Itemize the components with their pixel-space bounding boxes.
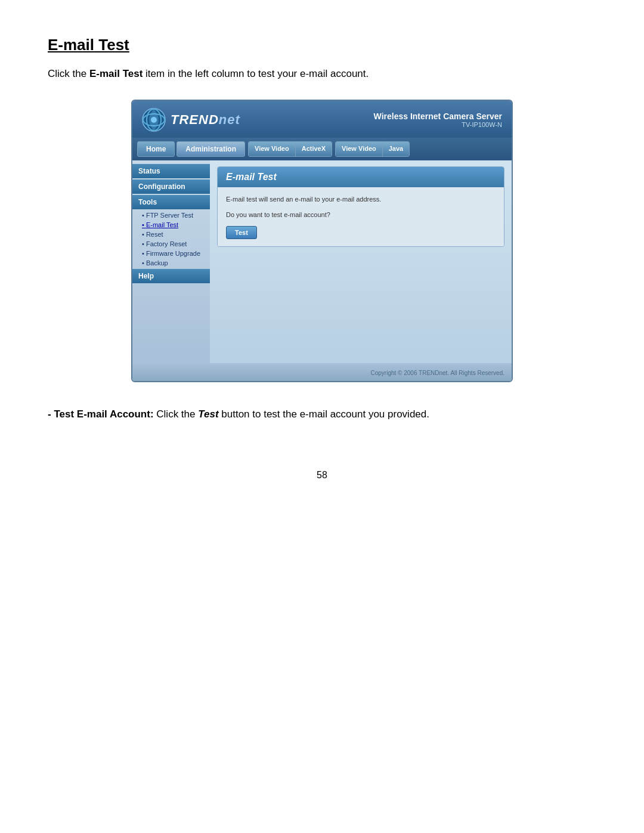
intro-paragraph: Click the E-mail Test item in the left c… <box>48 66 513 82</box>
product-model: TV-IP100W-N <box>374 121 502 128</box>
logo-text: TRENDnet <box>171 112 240 128</box>
bottom-section: Test E-mail Account: Click the Test butt… <box>48 406 513 422</box>
page-title: E-mail Test <box>48 36 596 54</box>
trendnet-logo-icon <box>142 108 166 132</box>
bullet-strong: Test E-mail Account: <box>54 408 153 420</box>
nav-java-button[interactable]: Java <box>383 142 409 156</box>
ui-sidebar: Status Configuration Tools FTP Server Te… <box>132 160 210 363</box>
nav-view-video-java-group: View Video Java <box>335 141 410 157</box>
ui-content: E-mail Test E-mail test will send an e-m… <box>210 160 512 363</box>
content-box-header: E-mail Test <box>218 167 504 187</box>
content-desc-line2: Do you want to test e-mail account? <box>226 210 496 220</box>
nav-view-video-java-button[interactable]: View Video <box>336 142 383 156</box>
camera-ui-mockup: TRENDnet Wireless Internet Camera Server… <box>131 100 513 382</box>
content-desc-line1: E-mail test will send an e-mail to your … <box>226 194 496 205</box>
sidebar-tools-section: Tools FTP Server Test E-mail Test Reset … <box>132 195 210 268</box>
sidebar-ftp-server-test-link[interactable]: FTP Server Test <box>132 210 210 220</box>
ui-main: Status Configuration Tools FTP Server Te… <box>132 160 512 363</box>
footer-copyright: Copyright © 2006 TRENDnet. All Rights Re… <box>370 370 504 376</box>
nav-home-button[interactable]: Home <box>137 141 175 157</box>
sidebar-email-test-link[interactable]: E-mail Test <box>132 220 210 230</box>
nav-admin-button[interactable]: Administration <box>177 141 245 157</box>
sidebar-status-section: Status <box>132 164 210 178</box>
sidebar-help-section: Help <box>132 269 210 283</box>
sidebar-factory-reset-link[interactable]: Factory Reset <box>132 239 210 249</box>
sidebar-backup-link[interactable]: Backup <box>132 258 210 268</box>
content-box: E-mail Test E-mail test will send an e-m… <box>217 166 504 247</box>
product-title: Wireless Internet Camera Server <box>374 112 502 121</box>
nav-view-video-activex-button[interactable]: View Video <box>249 142 296 156</box>
sidebar-tools-label[interactable]: Tools <box>132 195 210 209</box>
test-button[interactable]: Test <box>226 226 257 239</box>
sidebar-help-label[interactable]: Help <box>132 269 210 283</box>
nav-activex-button[interactable]: ActiveX <box>296 142 332 156</box>
sidebar-config-section: Configuration <box>132 179 210 194</box>
ui-navbar: Home Administration View Video ActiveX V… <box>132 138 512 160</box>
ui-footer: Copyright © 2006 TRENDnet. All Rights Re… <box>132 363 512 381</box>
header-right: Wireless Internet Camera Server TV-IP100… <box>374 112 502 128</box>
ui-header: TRENDnet Wireless Internet Camera Server… <box>132 101 512 138</box>
sidebar-config-label[interactable]: Configuration <box>132 179 210 194</box>
content-box-body: E-mail test will send an e-mail to your … <box>218 187 504 246</box>
bullet-test-email-account: Test E-mail Account: Click the Test butt… <box>48 406 513 422</box>
page-number: 58 <box>48 470 596 481</box>
sidebar-firmware-upgrade-link[interactable]: Firmware Upgrade <box>132 249 210 258</box>
sidebar-status-label[interactable]: Status <box>132 164 210 178</box>
logo: TRENDnet <box>142 108 240 132</box>
content-box-title: E-mail Test <box>226 172 277 182</box>
sidebar-reset-link[interactable]: Reset <box>132 230 210 239</box>
nav-view-video-activex-group: View Video ActiveX <box>248 141 332 157</box>
